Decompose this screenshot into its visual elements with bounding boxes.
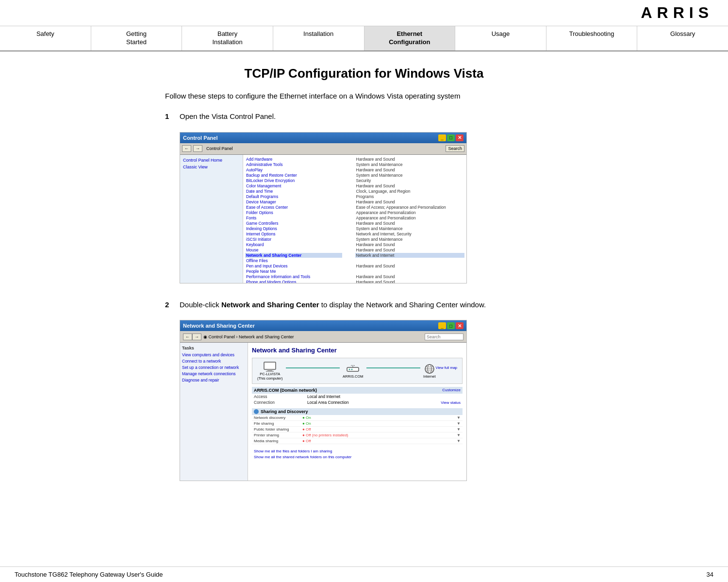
cp-cat-mouse: Hardware and Sound <box>355 248 465 252</box>
nsc-link-folders[interactable]: Show me all the shared network folders o… <box>254 455 461 459</box>
cp-cat-keyboard: Hardware and Sound <box>355 242 465 247</box>
cp-item-backup[interactable]: Backup and Restore Center <box>245 173 342 178</box>
maximize-button[interactable]: □ <box>447 134 455 141</box>
nsc-main-title: Network and Sharing Center <box>252 347 463 354</box>
cp-item-fonts[interactable]: Fonts <box>245 216 342 220</box>
step-1-number: 1 <box>165 111 180 122</box>
nav-item-glossary[interactable]: Glossary <box>637 26 728 50</box>
svg-line-8 <box>354 365 355 366</box>
nsc-link-computers[interactable]: View computers and devices <box>182 352 246 357</box>
cp-item-color[interactable]: Color Management <box>245 183 342 188</box>
cp-item-default[interactable]: Default Programs <box>245 194 342 199</box>
nsc-public-folder-arrow[interactable]: ▼ <box>457 427 461 432</box>
cp-cat-pen: Hardware and Sound <box>355 264 465 268</box>
cp-item-folder[interactable]: Folder Options <box>245 210 342 215</box>
nsc-discovery-arrow[interactable]: ▼ <box>457 416 461 420</box>
step-2-screenshot: Network and Sharing Center _ □ ✕ ← → ◉ C… <box>180 320 467 481</box>
nsc-link-setup[interactable]: Set up a connection or network <box>182 365 246 370</box>
nav-item-ethernet-configuration[interactable]: EthernetConfiguration <box>364 26 456 50</box>
cp-sidebar-classic[interactable]: Classic View <box>180 164 243 170</box>
nsc-search-input[interactable] <box>425 333 463 340</box>
nsc-customize-link[interactable]: Customize <box>442 388 461 393</box>
cp-titlebar: Control Panel _ □ ✕ <box>180 133 466 143</box>
cp-item-ease[interactable]: Ease of Access Center <box>245 205 342 210</box>
cp-cat-device: Hardware and Sound <box>355 200 465 204</box>
cp-item-perf[interactable]: Performance Information and Tools <box>245 274 342 279</box>
cp-item-game[interactable]: Game Controllers <box>245 221 342 226</box>
cp-item-index[interactable]: Indexing Options <box>245 226 342 231</box>
cp-window-buttons: _ □ ✕ <box>438 134 463 141</box>
cp-item-hardware[interactable]: Add Hardware <box>245 157 342 162</box>
nsc-link-diagnose[interactable]: Diagnose and repair <box>182 378 246 382</box>
nsc-media-arrow[interactable]: ▼ <box>457 439 461 443</box>
nsc-connection-label: Connection <box>254 400 307 405</box>
cp-item-offline[interactable]: Offline Files <box>245 258 342 263</box>
cp-category-grid: Add HardwareHardware and Sound Administr… <box>245 157 464 283</box>
footer-page: 34 <box>707 571 713 578</box>
cp-item-mouse[interactable]: Mouse <box>245 248 342 252</box>
nsc-file-sharing-arrow[interactable]: ▼ <box>457 421 461 426</box>
cp-item-pen[interactable]: Pen and Input Devices <box>245 264 342 268</box>
cp-item-internet[interactable]: Internet Options <box>245 232 342 236</box>
nsc-sharing-title: Sharing and Discovery <box>261 409 308 414</box>
nsc-file-sharing-row: File sharing ● On ▼ <box>252 421 463 427</box>
nsc-close[interactable]: ✕ <box>456 322 463 329</box>
cp-item-network[interactable]: Network and Sharing Center <box>245 253 342 258</box>
nsc-link-files[interactable]: Show me all the files and folders I am s… <box>254 449 461 453</box>
network-sharing-bold: Network and Sharing Center <box>221 300 319 309</box>
cp-item-autoplay[interactable]: AutoPlay <box>245 167 342 172</box>
nsc-media-sharing-label: Media sharing <box>254 439 302 443</box>
cp-sidebar-home[interactable]: Control Panel Home <box>180 157 243 164</box>
nsc-minimize[interactable]: _ <box>438 322 446 329</box>
intro-text: Follow these steps to configure the Ethe… <box>165 91 563 102</box>
arris-logo: ARRIS <box>641 4 713 22</box>
nsc-printer-arrow[interactable]: ▼ <box>457 433 461 437</box>
nsc-back-button[interactable]: ← <box>183 333 192 340</box>
step-2: 2 Double-click Network and Sharing Cente… <box>165 299 563 483</box>
search-button[interactable]: Search <box>446 145 464 152</box>
cp-cat-people <box>355 269 465 274</box>
svg-point-5 <box>351 368 353 370</box>
cp-cat-datetime: Clock, Language, and Region <box>355 189 465 194</box>
nav-item-safety[interactable]: Safety <box>0 26 91 50</box>
cp-item-iscsi[interactable]: iSCSI Initiator <box>245 237 342 242</box>
cp-item-admin[interactable]: Administrative Tools <box>245 162 342 167</box>
cp-main: Add HardwareHardware and Sound Administr… <box>243 155 466 283</box>
nsc-view-full-map[interactable]: View full map <box>436 366 457 370</box>
cp-cat-autoplay: Hardware and Sound <box>355 167 465 172</box>
cp-item-device[interactable]: Device Manager <box>245 200 342 204</box>
nsc-public-folder-value: ● Off <box>302 427 457 432</box>
cp-sidebar: Control Panel Home Classic View <box>180 155 243 283</box>
nsc-sidebar: Tasks View computers and devices Connect… <box>180 343 248 481</box>
minimize-button[interactable]: _ <box>438 134 446 141</box>
back-button[interactable]: ← <box>182 145 191 152</box>
page-title: TCP/IP Configuration for Windows Vista <box>165 66 563 81</box>
cp-item-bitlocker[interactable]: BitLocker Drive Encryption <box>245 178 342 183</box>
cp-item-people[interactable]: People Near Me <box>245 269 342 274</box>
cp-item-datetime[interactable]: Date and Time <box>245 189 342 194</box>
close-button[interactable]: ✕ <box>456 134 463 141</box>
nsc-link-connect[interactable]: Connect to a network <box>182 359 246 364</box>
nsc-maximize[interactable]: □ <box>447 322 455 329</box>
nsc-map-line1 <box>286 367 340 368</box>
nsc-body: Tasks View computers and devices Connect… <box>180 343 466 481</box>
nav-item-getting-started[interactable]: GettingStarted <box>91 26 182 50</box>
nsc-link-manage[interactable]: Manage network connections <box>182 371 246 376</box>
cp-cat-offline <box>355 258 465 263</box>
nav-item-troubleshooting[interactable]: Troubleshooting <box>546 26 638 50</box>
nsc-bottom-links: Show me all the files and folders I am s… <box>252 447 463 461</box>
nsc-main: Network and Sharing Center PC-LLVISTA(Th… <box>248 343 466 481</box>
nav-item-usage[interactable]: Usage <box>455 26 546 50</box>
forward-button[interactable]: → <box>193 145 202 152</box>
cp-item-keyboard[interactable]: Keyboard <box>245 242 342 247</box>
nsc-view-status-link[interactable]: View status <box>441 400 461 405</box>
nsc-forward-button[interactable]: → <box>192 333 201 340</box>
nsc-title-text: Network and Sharing Center <box>183 323 255 329</box>
nav-item-installation[interactable]: Installation <box>273 26 364 50</box>
nsc-file-sharing-value: ● On <box>302 421 457 426</box>
address-bar: Control Panel <box>206 146 233 151</box>
nav-item-battery-installation[interactable]: BatteryInstallation <box>182 26 273 50</box>
cp-item-phone[interactable]: Phone and Modem Options <box>245 280 342 283</box>
step-2-text: Double-click Network and Sharing Center … <box>180 299 563 311</box>
cp-cat-color: Hardware and Sound <box>355 183 465 188</box>
